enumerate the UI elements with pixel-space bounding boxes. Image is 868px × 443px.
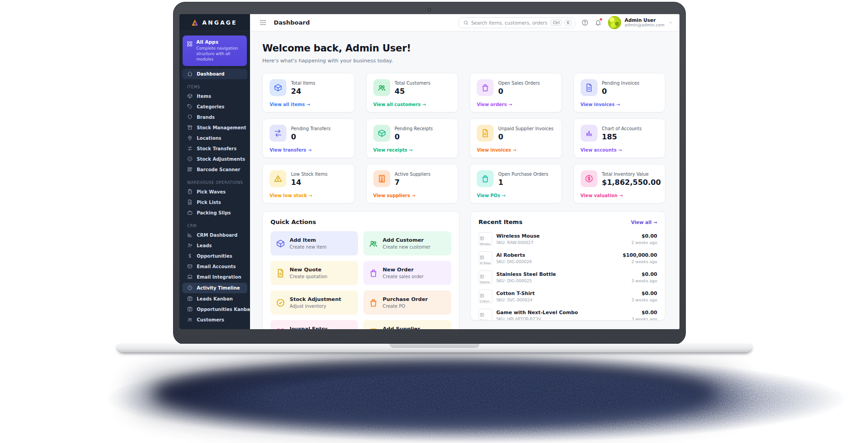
stat-link[interactable]: View valuation → bbox=[581, 193, 623, 198]
quick-action-title: Add Customer bbox=[383, 237, 430, 243]
sidebar-item-pick-lists[interactable]: Pick Lists bbox=[179, 197, 250, 208]
sidebar-item-activity-timeline[interactable]: Activity Timeline bbox=[182, 283, 247, 293]
users-icon bbox=[187, 317, 193, 322]
notifications-button[interactable] bbox=[595, 19, 602, 26]
stat-label: Low Stock Items bbox=[291, 170, 327, 177]
broken-image-icon bbox=[480, 294, 484, 298]
quick-action-add-customer[interactable]: Add CustomerCreate new customer bbox=[363, 231, 451, 255]
sidebar-item-opportunities-kanban[interactable]: Opportunities Kanban bbox=[179, 304, 250, 315]
sidebar-item-customers[interactable]: Customers bbox=[179, 315, 250, 325]
stat-link[interactable]: View all items → bbox=[270, 102, 310, 107]
sidebar-item-packing-slips[interactable]: Packing Slips bbox=[179, 208, 250, 218]
item-thumbnail-alt-text: Al Roberts bbox=[480, 261, 491, 265]
recent-item-time: 2 weeks ago bbox=[623, 260, 657, 264]
user-menu[interactable]: Admin User admin@admin.com bbox=[608, 16, 673, 29]
quick-action-journal-entry[interactable]: Journal EntryRecord transaction bbox=[271, 320, 358, 329]
recent-item-text: Cotton T-ShirtSKU: SVC-000024 bbox=[496, 290, 628, 302]
sidebar-item-label: Items bbox=[197, 94, 211, 99]
archive-icon bbox=[187, 125, 193, 130]
quick-action-new-order[interactable]: New OrderCreate sales order bbox=[363, 261, 451, 285]
stat-card-top: Pending Invoices0 bbox=[581, 79, 659, 96]
item-thumbnail-alt-text: Wireless Mouse bbox=[480, 242, 491, 246]
recent-item-row[interactable]: Al RobertsAl RobertsSKU: DIG-000026$100,… bbox=[479, 249, 657, 268]
check-circle-icon bbox=[187, 156, 193, 162]
logo-triangle-icon bbox=[191, 19, 199, 26]
stat-label: Pending Receipts bbox=[395, 125, 433, 131]
sidebar-item-email-integration[interactable]: Email Integration bbox=[179, 272, 250, 282]
laptop-screen: ANGAGE All Apps Complete navigation stru… bbox=[179, 14, 679, 329]
stat-link[interactable]: View suppliers → bbox=[373, 193, 415, 198]
stat-card-top: Active Suppliers7 bbox=[373, 170, 451, 187]
recent-item-sku: SKU: SVC-000024 bbox=[496, 298, 628, 302]
recent-item-row[interactable]: Cotton T-ShirtCotton T-ShirtSKU: SVC-000… bbox=[479, 287, 657, 306]
quick-action-stock-adjustment[interactable]: Stock AdjustmentAdjust inventory bbox=[271, 290, 358, 315]
all-apps-card[interactable]: All Apps Complete navigation structure w… bbox=[183, 36, 247, 66]
sidebar-item-brands[interactable]: Brands bbox=[179, 112, 250, 122]
item-thumbnail-broken-image-icon: Cotton T-Shirt bbox=[479, 290, 492, 303]
stat-value: 24 bbox=[291, 87, 315, 96]
stat-label: Active Suppliers bbox=[395, 170, 431, 177]
sidebar-item-opportunities[interactable]: Opportunities bbox=[179, 251, 250, 261]
sidebar-item-locations[interactable]: Locations bbox=[179, 133, 250, 143]
recent-item-row[interactable]: Stainless Steel BottleStainless Steel Bo… bbox=[479, 268, 657, 287]
sidebar-item-stock-adjustments[interactable]: Stock Adjustments bbox=[179, 154, 250, 164]
box-icon bbox=[274, 83, 282, 92]
stat-card: Total Items24View all items → bbox=[262, 73, 355, 112]
global-search[interactable]: Ctrl K bbox=[459, 17, 575, 28]
broken-image-icon bbox=[480, 236, 484, 240]
stat-label: Total Items bbox=[291, 79, 315, 86]
transfer-icon bbox=[274, 129, 282, 137]
tag-icon bbox=[187, 104, 193, 109]
stat-link[interactable]: View transfers → bbox=[270, 148, 311, 153]
stat-card-top: Pending Receipts0 bbox=[373, 125, 451, 142]
sidebar-item-barcode-scanner[interactable]: Barcode Scanner bbox=[179, 164, 250, 175]
sidebar-item-email-accounts[interactable]: Email Accounts bbox=[179, 261, 250, 272]
sidebar-item-items[interactable]: Items bbox=[179, 91, 250, 102]
sidebar-item-categories[interactable]: Categories bbox=[179, 102, 250, 112]
quick-action-purchase-order[interactable]: Purchase OrderCreate PO bbox=[363, 290, 451, 315]
quick-action-text: Stock AdjustmentAdjust inventory bbox=[290, 296, 341, 309]
stat-value: 0 bbox=[498, 87, 540, 96]
quick-action-text: Add CustomerCreate new customer bbox=[383, 237, 430, 250]
main-content: Welcome back, Admin User! Here's what's … bbox=[250, 31, 679, 329]
top-header: Dashboard Ctrl K Admin bbox=[250, 14, 679, 31]
view-all-link[interactable]: View all → bbox=[631, 219, 657, 225]
search-input[interactable] bbox=[471, 20, 548, 25]
apps-menu-button[interactable] bbox=[260, 19, 266, 26]
stat-label: Open Sales Orders bbox=[498, 79, 540, 86]
help-button[interactable] bbox=[582, 19, 588, 26]
sidebar-item-crm-dashboard[interactable]: CRM Dashboard bbox=[179, 230, 250, 240]
recent-item-value: $0.00 bbox=[631, 310, 657, 316]
stat-link[interactable]: View invoices → bbox=[477, 148, 516, 153]
stat-link[interactable]: View low stock → bbox=[270, 193, 312, 198]
search-icon bbox=[463, 20, 469, 25]
recent-item-row[interactable]: Wireless MouseWireless MouseSKU: RAW-000… bbox=[479, 229, 657, 249]
stat-link[interactable]: View POs → bbox=[477, 193, 505, 198]
sidebar: ANGAGE All Apps Complete navigation stru… bbox=[179, 14, 250, 329]
sidebar-item-stock-management[interactable]: Stock Management bbox=[179, 122, 250, 133]
stat-icon-badge bbox=[270, 125, 286, 142]
quick-action-add-supplier[interactable]: Add SupplierCreate new supplier bbox=[363, 320, 451, 329]
stat-link[interactable]: View all customers → bbox=[373, 102, 426, 107]
recent-item-row[interactable]: Game with Next-Level ComboGame with Next… bbox=[479, 306, 657, 321]
laptop-frame: ANGAGE All Apps Complete navigation stru… bbox=[173, 2, 686, 345]
sidebar-item-dashboard[interactable]: Dashboard bbox=[182, 69, 247, 79]
shortcut-key-ctrl: Ctrl bbox=[551, 20, 562, 26]
sidebar-item-label: Locations bbox=[197, 136, 221, 141]
stat-link[interactable]: View invoices → bbox=[581, 102, 620, 107]
sidebar-item-stock-transfers[interactable]: Stock Transfers bbox=[179, 143, 250, 154]
kanban-icon bbox=[187, 306, 193, 312]
stat-card: Pending Invoices0View invoices → bbox=[573, 73, 666, 112]
stat-link[interactable]: View receipts → bbox=[373, 148, 413, 153]
quick-action-add-item[interactable]: Add ItemCreate new item bbox=[271, 231, 358, 255]
sidebar-item-leads[interactable]: Leads bbox=[179, 240, 250, 251]
shortcut-key-k: K bbox=[565, 20, 572, 26]
recent-item-time: 3 weeks ago bbox=[631, 317, 657, 321]
quick-action-new-quote[interactable]: New QuoteCreate quotation bbox=[271, 261, 358, 285]
stat-link[interactable]: View orders → bbox=[477, 102, 512, 107]
sidebar-item-leads-kanban[interactable]: Leads Kanban bbox=[179, 294, 250, 304]
stat-link[interactable]: View accounts → bbox=[581, 148, 622, 153]
recent-item-sku: SKU: HPLAPTOP-RZ3V bbox=[496, 317, 628, 321]
sidebar-item-pick-waves[interactable]: Pick Waves bbox=[179, 187, 250, 197]
recent-item-value: $0.00 bbox=[631, 290, 657, 296]
